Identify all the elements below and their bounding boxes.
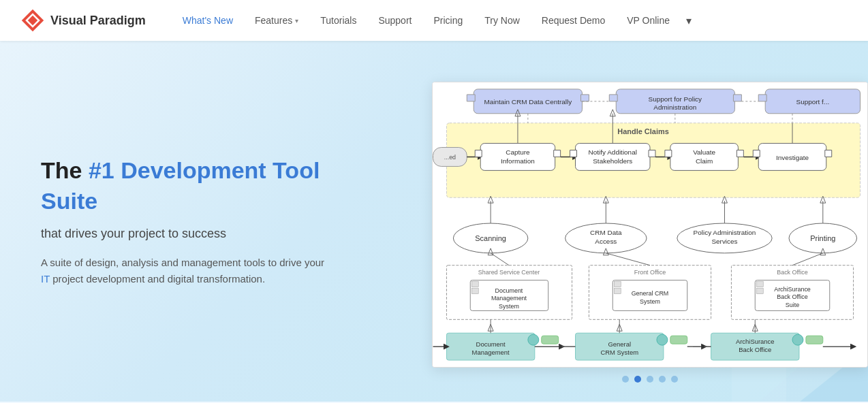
hero-subtitle: that drives your project to success (41, 227, 382, 241)
svg-line-100 (792, 253, 823, 265)
svg-marker-9 (580, 95, 589, 101)
svg-text:CRM Data: CRM Data (590, 229, 622, 236)
nav-item-vp-online[interactable]: VP Online (617, 10, 679, 31)
svg-marker-40 (665, 150, 672, 157)
nav-item-support[interactable]: Support (369, 10, 421, 31)
hero-diagram: Maintain CRM Data Centrally Support for … (432, 82, 868, 383)
svg-text:Document: Document (476, 340, 506, 348)
svg-marker-46 (825, 150, 832, 157)
svg-rect-120 (806, 336, 823, 344)
svg-text:Support f...: Support f... (796, 98, 830, 106)
svg-text:ArchiSurance: ArchiSurance (774, 286, 811, 293)
nav-item-tutorials[interactable]: Tutorials (311, 10, 366, 31)
svg-text:Handle Claims: Handle Claims (617, 127, 668, 135)
indicator-dot-2[interactable] (634, 376, 641, 383)
svg-text:CRM System: CRM System (600, 349, 638, 356)
svg-text:...ed: ...ed (444, 154, 456, 161)
indicator-dot-5[interactable] (671, 376, 678, 383)
svg-marker-29 (554, 150, 561, 157)
svg-text:Document: Document (495, 287, 523, 294)
svg-text:Maintain CRM Data Centrally: Maintain CRM Data Centrally (484, 98, 572, 106)
svg-marker-35 (649, 150, 655, 157)
logo-text: Visual Paradigm (50, 14, 146, 28)
svg-marker-17 (758, 95, 766, 101)
hero-it-link[interactable]: IT (41, 273, 50, 285)
svg-line-98 (606, 253, 650, 265)
nav-links: What's New Features ▾ Tutorials Support … (173, 10, 848, 31)
svg-text:Front Office: Front Office (634, 269, 666, 276)
features-dropdown-icon: ▾ (295, 17, 298, 25)
svg-point-112 (657, 334, 668, 345)
hero-title: The #1 Development Tool Suite (41, 155, 382, 215)
svg-rect-106 (542, 336, 559, 344)
svg-text:Notify Additional: Notify Additional (589, 148, 637, 156)
hero-section: The #1 Development Tool Suite that drive… (0, 41, 868, 402)
page-indicators (432, 376, 868, 383)
svg-text:Back Office: Back Office (777, 293, 808, 300)
svg-text:Back Office: Back Office (739, 346, 771, 353)
nav-item-pricing[interactable]: Pricing (424, 10, 472, 31)
nav-item-whats-new[interactable]: What's New (173, 10, 243, 31)
svg-marker-8 (467, 95, 475, 101)
svg-text:Shared Service Center: Shared Service Center (478, 269, 540, 276)
global-dropdown-icon[interactable]: ▾ (686, 14, 692, 27)
svg-text:Access: Access (595, 238, 617, 245)
indicator-dot-1[interactable] (622, 376, 629, 383)
svg-text:Suite: Suite (786, 302, 799, 308)
logo-icon (20, 8, 45, 33)
svg-text:System: System (499, 303, 519, 310)
svg-marker-28 (475, 150, 482, 157)
diagram-container: Maintain CRM Data Centrally Support for … (432, 82, 868, 368)
svg-marker-14 (733, 95, 741, 101)
indicator-dot-4[interactable] (659, 376, 666, 383)
svg-text:Investigate: Investigate (776, 154, 809, 161)
svg-text:System: System (640, 298, 660, 305)
hero-content: The #1 Development Tool Suite that drive… (41, 155, 382, 287)
nav-item-request-demo[interactable]: Request Demo (532, 10, 615, 31)
svg-point-105 (528, 334, 539, 345)
svg-text:Scanning: Scanning (475, 234, 506, 242)
svg-marker-45 (753, 150, 760, 157)
indicator-dot-3[interactable] (647, 376, 653, 383)
svg-rect-79 (471, 282, 478, 287)
svg-text:Management: Management (491, 295, 527, 302)
svg-text:Policy Administration: Policy Administration (694, 229, 756, 236)
svg-point-119 (792, 334, 803, 345)
svg-text:Back Office: Back Office (777, 269, 808, 276)
svg-text:Information: Information (501, 157, 535, 165)
svg-text:Support for Policy: Support for Policy (649, 95, 702, 103)
svg-rect-94 (756, 282, 763, 287)
nav-item-features[interactable]: Features ▾ (245, 10, 308, 31)
svg-text:ArchiSurance: ArchiSurance (736, 338, 775, 345)
svg-text:Claim: Claim (696, 157, 713, 165)
navbar: Visual Paradigm What's New Features ▾ Tu… (0, 0, 868, 41)
svg-marker-13 (609, 95, 617, 101)
logo[interactable]: Visual Paradigm (20, 8, 146, 33)
architecture-diagram: Maintain CRM Data Centrally Support for … (433, 82, 867, 367)
svg-text:Printing: Printing (810, 234, 835, 242)
svg-marker-41 (737, 150, 743, 157)
hero-description: A suite of design, analysis and manageme… (41, 255, 327, 287)
svg-text:Valuate: Valuate (693, 148, 715, 156)
svg-text:Capture: Capture (506, 148, 530, 156)
svg-rect-87 (614, 289, 621, 294)
svg-text:General: General (608, 340, 631, 348)
svg-marker-34 (570, 150, 577, 157)
svg-text:General CRM: General CRM (632, 290, 669, 297)
svg-text:Administration: Administration (653, 103, 696, 111)
svg-text:Stakeholders: Stakeholders (593, 157, 632, 165)
svg-text:Services: Services (711, 238, 737, 245)
nav-item-try-now[interactable]: Try Now (475, 10, 529, 31)
svg-text:Management: Management (472, 349, 510, 356)
svg-rect-80 (471, 289, 478, 294)
svg-rect-86 (614, 282, 621, 287)
svg-rect-95 (756, 289, 763, 294)
svg-rect-113 (670, 336, 687, 344)
